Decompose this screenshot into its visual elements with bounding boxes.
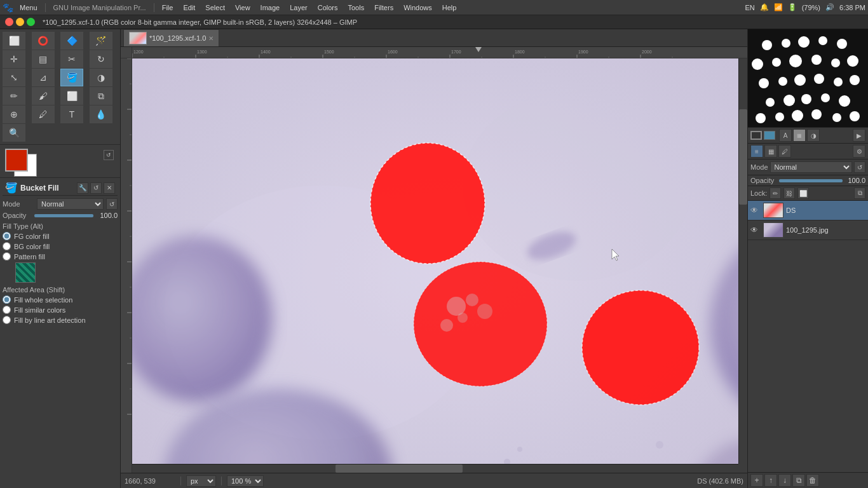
brush-preview-svg: [748, 29, 868, 128]
menu-item-filters[interactable]: Filters: [370, 3, 397, 13]
menu-item-help[interactable]: Help: [438, 3, 461, 13]
unit-select[interactable]: px mm inch: [186, 475, 216, 487]
paths-tab-btn[interactable]: 🖊: [778, 145, 791, 158]
menu-item-select[interactable]: Select: [201, 3, 229, 13]
menu-item-edit[interactable]: Edit: [179, 3, 199, 13]
mode-select[interactable]: Normal: [37, 198, 104, 210]
font-btn[interactable]: A: [779, 129, 792, 142]
tool-align[interactable]: ▤: [32, 50, 55, 68]
svg-text:1600: 1600: [388, 50, 398, 54]
tool-paintbrush[interactable]: 🖌: [32, 87, 55, 105]
svg-rect-28: [121, 58, 132, 473]
tool-eyedropper[interactable]: 💧: [90, 105, 112, 123]
layers-bottom-bar: + ↑ ↓ ⧉ 🗑: [748, 472, 868, 488]
foreground-color-swatch[interactable]: [5, 149, 28, 172]
lock-all-btn[interactable]: ⧉: [854, 187, 865, 199]
opacity-slider[interactable]: [34, 214, 93, 217]
image-canvas[interactable]: [132, 58, 747, 473]
tool-bucket-fill[interactable]: 🪣: [60, 69, 83, 86]
fill-bg-radio[interactable]: [3, 242, 11, 250]
tool-eraser[interactable]: ⬜: [60, 87, 83, 105]
close-button[interactable]: [5, 18, 13, 26]
canvas-tab-close[interactable]: ✕: [208, 35, 214, 42]
color-reset-btn[interactable]: ↺: [104, 150, 114, 160]
svg-point-88: [834, 78, 843, 86]
tool-shear[interactable]: ⊿: [32, 69, 55, 86]
canvas-tab-active[interactable]: *100_1295.xcf-1.0 ✕: [123, 29, 219, 46]
minimize-button[interactable]: [16, 18, 24, 26]
layer-jpg-eye-icon[interactable]: 👁: [750, 226, 761, 234]
canvas-wrapper[interactable]: 1200 1300 1400 1500 1600 1700 1800: [121, 47, 747, 473]
layer-ds-eye-icon[interactable]: 👁: [750, 206, 761, 215]
v-scrollbar-thumb[interactable]: [739, 109, 747, 205]
tool-ellipse-select[interactable]: ⭕: [32, 32, 55, 50]
tool-reset-btn[interactable]: ↺: [90, 182, 102, 194]
menu-item-view[interactable]: View: [231, 3, 254, 13]
raise-layer-btn[interactable]: ↑: [764, 474, 777, 487]
tool-preset-btn[interactable]: 🔧: [77, 182, 88, 194]
right-panel: A ▦ ◑ ▶ ≡ ▦ 🖊 ⚙ Mode Normal: [747, 29, 868, 488]
menu-item-colors[interactable]: Colors: [314, 3, 342, 13]
tool-scale[interactable]: ⤡: [3, 69, 25, 86]
svg-point-63: [466, 294, 478, 306]
ruler-indicator: [475, 47, 482, 52]
menu-item-tools[interactable]: Tools: [344, 3, 369, 13]
window-title: *100_1295.xcf-1.0 (RGB color 8-bit gamma…: [43, 18, 357, 26]
tool-blend[interactable]: ◑: [90, 69, 112, 86]
lock-pixels-btn[interactable]: ✏: [770, 187, 781, 199]
tool-path[interactable]: 🖊: [32, 105, 55, 123]
lock-position-btn[interactable]: ⛓: [783, 187, 795, 199]
mode-reset-btn[interactable]: ↺: [106, 198, 118, 210]
tool-zoom[interactable]: 🔍: [3, 124, 25, 142]
affected-similar-radio[interactable]: [3, 306, 11, 314]
fill-fg-radio[interactable]: [3, 232, 11, 240]
zoom-select[interactable]: 100 % 50 % 200 %: [227, 475, 264, 487]
svg-point-66: [440, 319, 453, 332]
layers-opacity-slider[interactable]: [779, 179, 843, 182]
layers-mode-select[interactable]: Normal: [770, 161, 852, 173]
tool-clone[interactable]: ⧉: [90, 87, 112, 105]
affected-lineart-option: Fill by line art detection: [3, 316, 118, 324]
layers-configure-btn[interactable]: ⚙: [853, 145, 865, 158]
tool-icons-grid: ⬜ ⭕ 🔷 🪄 ✛ ▤ ✂ ↻ ⤡ ⊿ 🪣 ◑ ✏ 🖌 ⬜ ⧉ ⊕ 🖊 T 💧 …: [0, 29, 120, 145]
tool-rotate[interactable]: ↻: [90, 50, 112, 68]
pattern-btn[interactable]: ▦: [793, 129, 806, 142]
menu-item-image[interactable]: Image: [257, 3, 284, 13]
layers-mode-reset[interactable]: ↺: [854, 161, 865, 173]
duplicate-layer-btn[interactable]: ⧉: [792, 474, 805, 487]
menu-item-layer[interactable]: Layer: [286, 3, 311, 13]
lower-layer-btn[interactable]: ↓: [778, 474, 791, 487]
layer-item-ds[interactable]: 👁 DS: [748, 201, 868, 220]
tool-pencil[interactable]: ✏: [3, 87, 25, 105]
tool-move[interactable]: ✛: [3, 50, 25, 68]
menu-item-file[interactable]: File: [158, 3, 177, 13]
layers-lock-row: Lock: ✏ ⛓ ⬜ ⧉: [748, 186, 868, 201]
tool-rectangle-select[interactable]: ⬜: [3, 32, 25, 50]
maximize-button[interactable]: [27, 18, 35, 26]
tool-text[interactable]: T: [60, 105, 83, 123]
delete-layer-btn[interactable]: 🗑: [806, 474, 819, 487]
affected-whole-radio[interactable]: [3, 295, 11, 304]
fill-bg-label: BG color fill: [14, 243, 50, 250]
menu-item-menu[interactable]: Menu: [16, 3, 41, 13]
fill-pattern-radio[interactable]: [3, 252, 11, 261]
vertical-scrollbar[interactable]: [738, 58, 747, 464]
lock-alpha-btn[interactable]: ⬜: [797, 187, 809, 199]
tool-delete-btn[interactable]: ✕: [104, 182, 115, 194]
svg-point-87: [814, 74, 824, 84]
pattern-preview[interactable]: [15, 262, 36, 283]
menu-item-windows[interactable]: Windows: [400, 3, 436, 13]
tool-fuzzy-select[interactable]: 🪄: [90, 32, 112, 50]
channels-tab-btn[interactable]: ▦: [764, 145, 777, 158]
horizontal-scrollbar[interactable]: [132, 464, 738, 473]
affected-lineart-radio[interactable]: [3, 316, 11, 324]
tool-free-select[interactable]: 🔷: [60, 32, 83, 50]
layers-tab-btn[interactable]: ≡: [750, 145, 763, 158]
h-scrollbar-thumb[interactable]: [336, 464, 463, 473]
layer-item-jpg[interactable]: 👁 100_1295.jpg: [748, 220, 868, 240]
tool-crop[interactable]: ✂: [60, 50, 83, 68]
new-layer-btn[interactable]: +: [750, 474, 763, 487]
gradient-btn[interactable]: ◑: [807, 129, 820, 142]
tool-heal[interactable]: ⊕: [3, 105, 25, 123]
panel-expand-btn[interactable]: ▶: [853, 129, 865, 142]
